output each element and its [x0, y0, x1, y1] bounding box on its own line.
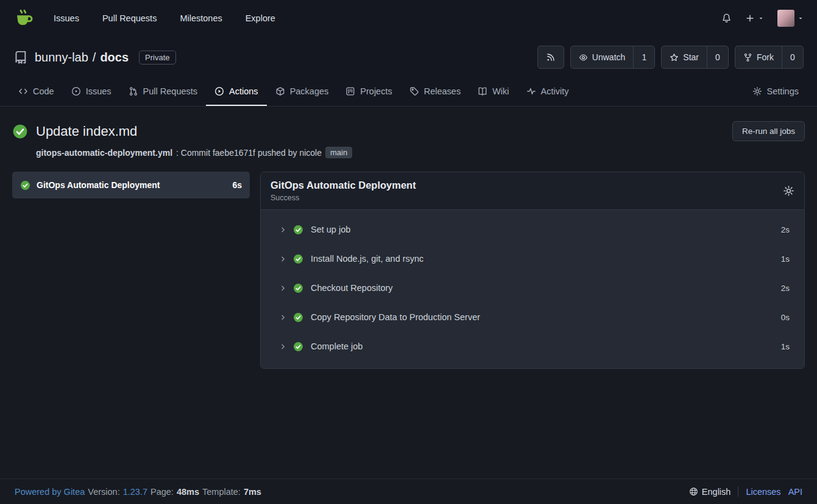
- branch-badge[interactable]: main: [325, 147, 352, 158]
- notifications-button[interactable]: [721, 13, 732, 23]
- unwatch-label: Unwatch: [592, 52, 625, 62]
- step-name: Checkout Repository: [311, 283, 393, 293]
- licenses-link[interactable]: Licenses: [746, 487, 780, 497]
- job-panel-title-block: GitOps Automatic Deployment Success: [271, 180, 416, 202]
- page-time-label: Page:: [150, 487, 174, 497]
- run-body: GitOps Automatic Deployment 6s GitOps Au…: [12, 172, 805, 369]
- run-success-icon: [12, 124, 28, 139]
- step-duration: 1s: [781, 342, 790, 351]
- nav-milestones[interactable]: Milestones: [180, 13, 222, 23]
- job-panel-title: GitOps Automatic Deployment: [271, 180, 416, 191]
- issue-icon: [71, 86, 81, 96]
- pull-request-icon: [129, 86, 138, 96]
- rss-button[interactable]: [537, 46, 564, 69]
- tab-actions[interactable]: Actions: [206, 77, 267, 106]
- rerun-all-jobs-button[interactable]: Re-run all jobs: [732, 121, 805, 141]
- tab-wiki[interactable]: Wiki: [469, 77, 517, 106]
- watchers-count-button[interactable]: 1: [633, 46, 655, 69]
- tab-projects[interactable]: Projects: [337, 77, 400, 106]
- stars-count-button[interactable]: 0: [707, 46, 729, 69]
- step-duration: 0s: [781, 313, 790, 322]
- version-label: Version:: [88, 487, 119, 497]
- tab-releases[interactable]: Releases: [401, 77, 469, 106]
- settings-icon: [752, 86, 762, 96]
- step-success-icon: [293, 254, 303, 264]
- step-success-icon: [293, 341, 303, 352]
- nav-explore[interactable]: Explore: [246, 13, 275, 23]
- tab-packages[interactable]: Packages: [267, 77, 338, 106]
- private-badge: Private: [139, 51, 175, 65]
- forks-count-button[interactable]: 0: [782, 46, 804, 69]
- chevron-down-icon: [758, 15, 764, 21]
- chevron-down-icon: [798, 15, 804, 21]
- step-row-install-node[interactable]: Install Node.js, git, and rsync 1s: [261, 244, 804, 273]
- template-time-value: 7ms: [244, 487, 261, 497]
- repo-name-separator: /: [93, 51, 96, 65]
- repo-name-link[interactable]: docs: [100, 51, 129, 65]
- tab-label: Wiki: [492, 86, 509, 96]
- run-title: Update index.md: [36, 124, 137, 139]
- job-duration: 6s: [232, 180, 242, 190]
- star-button[interactable]: Star: [661, 46, 707, 69]
- step-row-set-up-job[interactable]: Set up job 2s: [261, 215, 804, 244]
- user-menu-button[interactable]: [777, 10, 804, 27]
- step-duration: 2s: [781, 284, 790, 293]
- tab-label: Settings: [767, 86, 799, 96]
- job-options-button[interactable]: [783, 185, 794, 197]
- nav-pull-requests[interactable]: Pull Requests: [102, 13, 157, 23]
- chevron-right-icon: [279, 284, 287, 292]
- package-icon: [275, 86, 285, 96]
- job-list-item[interactable]: GitOps Automatic Deployment 6s: [12, 172, 250, 198]
- job-status: Success: [271, 194, 416, 202]
- fork-group: Fork 0: [735, 46, 804, 69]
- repo-name: bunny-lab / docs: [35, 51, 129, 65]
- workflow-file-link[interactable]: gitops-automatic-deployment.yml: [36, 148, 172, 158]
- step-row-checkout-repository[interactable]: Checkout Repository 2s: [261, 273, 804, 303]
- globe-icon: [689, 487, 698, 496]
- version-link[interactable]: 1.23.7: [123, 487, 147, 497]
- job-name: GitOps Automatic Deployment: [37, 180, 226, 190]
- step-row-copy-repository-data[interactable]: Copy Repository Data to Production Serve…: [261, 303, 804, 332]
- tab-code[interactable]: Code: [10, 77, 63, 106]
- tab-label: Packages: [290, 86, 329, 96]
- gitea-logo[interactable]: [13, 9, 33, 28]
- job-success-icon: [20, 180, 30, 191]
- run-title-row: Update index.md Re-run all jobs: [12, 121, 805, 141]
- tab-label: Projects: [360, 86, 392, 96]
- code-icon: [18, 86, 28, 96]
- tab-label: Issues: [86, 86, 111, 96]
- watch-group: Unwatch 1: [570, 46, 655, 69]
- tab-issues[interactable]: Issues: [63, 77, 120, 106]
- tab-label: Pull Requests: [143, 86, 197, 96]
- repo-header: bunny-lab / docs Private Unwatch 1 Star: [0, 36, 817, 107]
- step-name: Set up job: [311, 225, 350, 234]
- job-steps: Set up job 2s Install Node.js, git, and …: [261, 210, 804, 368]
- step-row-complete-job[interactable]: Complete job 1s: [261, 332, 804, 361]
- step-success-icon: [293, 283, 303, 293]
- fork-icon: [743, 53, 752, 62]
- tab-pull-requests[interactable]: Pull Requests: [120, 77, 206, 106]
- footer-left: Powered by Gitea Version: 1.23.7 Page: 4…: [15, 487, 261, 497]
- step-name: Copy Repository Data to Production Serve…: [311, 312, 480, 322]
- repo-tabs: Code Issues Pull Requests Actions Packag…: [0, 77, 817, 106]
- star-icon: [670, 53, 679, 62]
- api-link[interactable]: API: [788, 487, 802, 497]
- run-subtitle: gitops-automatic-deployment.yml: Commit …: [36, 147, 805, 158]
- unwatch-button[interactable]: Unwatch: [570, 46, 634, 69]
- language-label: English: [702, 487, 731, 497]
- tab-activity[interactable]: Activity: [518, 77, 578, 106]
- fork-button[interactable]: Fork: [735, 46, 782, 69]
- powered-by-gitea-link[interactable]: Powered by Gitea: [15, 487, 85, 497]
- nav-issues[interactable]: Issues: [54, 13, 79, 23]
- step-name: Install Node.js, git, and rsync: [311, 254, 423, 264]
- language-selector[interactable]: English: [689, 487, 731, 497]
- star-group: Star 0: [661, 46, 729, 69]
- create-new-button[interactable]: [745, 13, 764, 23]
- book-icon: [478, 86, 487, 96]
- tab-settings[interactable]: Settings: [744, 77, 807, 106]
- step-success-icon: [293, 312, 303, 323]
- repo-owner-link[interactable]: bunny-lab: [35, 51, 88, 65]
- plus-icon: [745, 13, 755, 23]
- page-time-value: 48ms: [177, 487, 199, 497]
- footer-divider: [738, 486, 738, 497]
